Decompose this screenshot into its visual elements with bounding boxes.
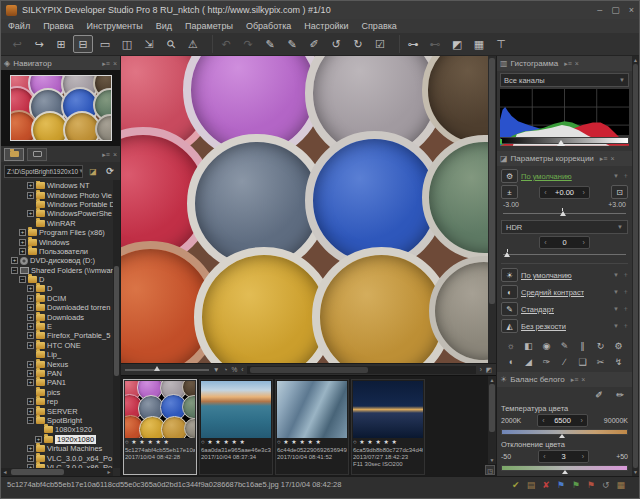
taste-dropdown[interactable]: По умолчанию ▼ bbox=[521, 172, 619, 181]
tool-icon-4[interactable]: ✎ bbox=[556, 338, 573, 353]
flag-green-icon[interactable]: ⚑ bbox=[572, 480, 580, 490]
tree-toggle-icon[interactable]: + bbox=[35, 436, 42, 443]
tree-toggle-icon[interactable]: + bbox=[27, 455, 34, 462]
case-icon[interactable]: ▦ bbox=[616, 480, 625, 490]
tree-toggle-icon[interactable]: + bbox=[27, 295, 34, 302]
tree-toggle-icon[interactable]: + bbox=[27, 379, 34, 386]
image-vertical-scrollbar[interactable] bbox=[488, 56, 496, 363]
scroll-left-icon[interactable]: ◄ bbox=[1, 469, 9, 475]
maximize-button[interactable]: ▢ bbox=[611, 5, 620, 15]
tree-item[interactable]: +D bbox=[1, 284, 113, 293]
tree-toggle-icon[interactable]: + bbox=[27, 408, 34, 415]
auto-exposure-button[interactable]: ⊡ bbox=[611, 185, 628, 199]
color-icon[interactable]: ✎ bbox=[501, 302, 518, 316]
contrast-add-icon[interactable]: ＋ bbox=[622, 287, 628, 297]
tree-item[interactable]: +Downloads bbox=[1, 312, 113, 321]
scroll-right-icon[interactable]: › bbox=[480, 366, 482, 373]
tree-item[interactable]: +Firefox_Portable_5 bbox=[1, 331, 113, 340]
sharpness-add-icon[interactable]: ＋ bbox=[622, 321, 628, 331]
sharpness-icon[interactable]: ◭ bbox=[501, 319, 518, 333]
deviation-stepper[interactable]: ‹ 3 › bbox=[538, 450, 589, 463]
menu-item-4[interactable]: Вид bbox=[156, 21, 172, 31]
tree-item[interactable]: +Пользователи bbox=[1, 247, 113, 256]
tree-toggle-icon[interactable]: + bbox=[27, 182, 34, 189]
toolbar-stand-tool-button[interactable]: ⊤ bbox=[491, 35, 511, 53]
tree-item[interactable]: +Downloaded torren bbox=[1, 303, 113, 312]
tree-toggle-icon[interactable]: + bbox=[27, 285, 34, 292]
tree-toggle-icon[interactable]: + bbox=[11, 257, 18, 264]
color-add-icon[interactable]: ＋ bbox=[622, 304, 628, 314]
tree-item[interactable]: +PAN1 bbox=[1, 378, 113, 387]
tree-horizontal-scrollbar[interactable]: ◄ ► bbox=[1, 468, 113, 476]
scroll-left-icon[interactable]: ‹ bbox=[241, 366, 243, 373]
tree-item[interactable]: +WindowsPowerShe bbox=[1, 209, 113, 218]
tree-toggle-icon[interactable]: + bbox=[19, 239, 26, 246]
tree-item[interactable]: −Shared Folders (\\vmware- bbox=[1, 266, 113, 275]
tree-item[interactable]: +VLC_3.0.0_x64_Po bbox=[1, 453, 113, 462]
tab-folders[interactable] bbox=[4, 148, 24, 161]
tree-item[interactable]: +1920x1080 bbox=[1, 435, 113, 444]
path-dropdown[interactable]: Z:\D\SpotBright\1920x10 ▼ bbox=[4, 165, 83, 178]
toolbar-key-unlock-button[interactable]: ⊷ bbox=[425, 35, 445, 53]
chevron-down-icon[interactable]: ▼ bbox=[213, 366, 219, 373]
tree-toggle-icon[interactable]: + bbox=[27, 332, 34, 339]
star-rating[interactable]: ○ ★ ★ ★ ★ ★ bbox=[201, 438, 271, 447]
toolbar-thumbnail-view-button[interactable]: ⊞ bbox=[51, 35, 71, 53]
toolbar-copy-parameters-button[interactable]: ✎ bbox=[260, 35, 280, 53]
toolbar-eraser-button[interactable]: ◩ bbox=[447, 35, 467, 53]
tree-item[interactable]: Windows Portable D bbox=[1, 200, 113, 209]
stepper-decrease-icon[interactable]: ‹ bbox=[542, 417, 544, 424]
tree-item[interactable]: pics bbox=[1, 388, 113, 397]
toolbar-key-lock-button[interactable]: ⊶ bbox=[403, 35, 423, 53]
browser-close-button[interactable]: × bbox=[113, 151, 117, 158]
tool-icon-9[interactable]: ◢ bbox=[520, 354, 537, 369]
tree-item[interactable]: 1080x1920 bbox=[1, 425, 113, 434]
histogram-menu-button[interactable]: ▸≡ bbox=[564, 60, 572, 67]
tree-item[interactable]: −D bbox=[1, 275, 113, 284]
reject-icon[interactable]: ✘ bbox=[542, 480, 550, 490]
exposure-stepper[interactable]: ‹ +0.00 › bbox=[539, 186, 590, 199]
toolbar-multi-preview-view-button[interactable]: ◫ bbox=[117, 35, 137, 53]
tree-toggle-icon[interactable]: + bbox=[27, 342, 34, 349]
flag-blue-icon[interactable]: ⚑ bbox=[557, 480, 565, 490]
tree-toggle-icon[interactable]: + bbox=[19, 248, 26, 255]
tree-item[interactable]: −SpotBright bbox=[1, 416, 113, 425]
tree-toggle-icon[interactable]: + bbox=[27, 445, 34, 452]
tree-item[interactable]: +Windows NT bbox=[1, 181, 113, 190]
stepper-increase-icon[interactable]: › bbox=[583, 189, 585, 196]
tool-icon-8[interactable]: ◖ bbox=[502, 354, 519, 369]
zoom-fit-icon[interactable]: ◔ bbox=[223, 366, 227, 373]
star-rating[interactable]: ○ ★ ★ ★ ★ ★ bbox=[125, 438, 195, 447]
tree-item[interactable]: +Program Files (x86) bbox=[1, 228, 113, 237]
tree-toggle-icon[interactable]: + bbox=[27, 192, 34, 199]
contrast-icon[interactable]: ◐ bbox=[501, 285, 518, 299]
thumbnail-image[interactable] bbox=[125, 381, 195, 438]
toolbar-forward-button[interactable]: ↪ bbox=[29, 35, 49, 53]
taste-add-icon[interactable]: ＋ bbox=[622, 171, 628, 181]
menu-item-1[interactable]: Файл bbox=[8, 21, 30, 31]
tree-item[interactable]: +rep bbox=[1, 397, 113, 406]
toolbar-paste-parameters-button[interactable]: ✎ bbox=[282, 35, 302, 53]
sharpness-dropdown[interactable]: Без резкости▼ bbox=[521, 322, 619, 331]
tree-toggle-icon[interactable]: + bbox=[27, 361, 34, 368]
tool-icon-3[interactable]: ◉ bbox=[538, 338, 555, 353]
gray-dropper-icon[interactable]: ✐ bbox=[591, 388, 607, 401]
temperature-slider[interactable] bbox=[501, 429, 628, 438]
scroll-up-icon[interactable]: ▲ bbox=[632, 57, 639, 63]
scroll-down-icon[interactable]: ▼ bbox=[632, 469, 639, 475]
menu-item-6[interactable]: Обработка bbox=[246, 21, 291, 31]
tree-toggle-icon[interactable]: − bbox=[27, 417, 34, 424]
histogram-close-button[interactable]: × bbox=[575, 60, 579, 67]
tree-item[interactable]: +DVD-дисковод (D:) bbox=[1, 256, 113, 265]
toolbar-loupe-button[interactable]: ⚲ bbox=[158, 31, 185, 58]
taste-settings-button[interactable]: ⚙ bbox=[501, 169, 518, 183]
filmstrip-thumbnail-2[interactable]: ○ ★ ★ ★ ★ ★6aa0da31e965aae46e3c3de2017/1… bbox=[199, 379, 273, 475]
tree-item[interactable]: Lip_ bbox=[1, 350, 113, 359]
tool-icon-6[interactable]: ↻ bbox=[592, 338, 609, 353]
tree-item[interactable]: +Nexus bbox=[1, 359, 113, 368]
white-balance-close-button[interactable]: × bbox=[581, 376, 585, 383]
navigator-preview[interactable] bbox=[10, 75, 112, 141]
tab-comments[interactable] bbox=[27, 148, 47, 161]
minimize-button[interactable]: – bbox=[597, 5, 602, 15]
toolbar-fullscreen-button[interactable]: ⇲ bbox=[139, 35, 159, 53]
